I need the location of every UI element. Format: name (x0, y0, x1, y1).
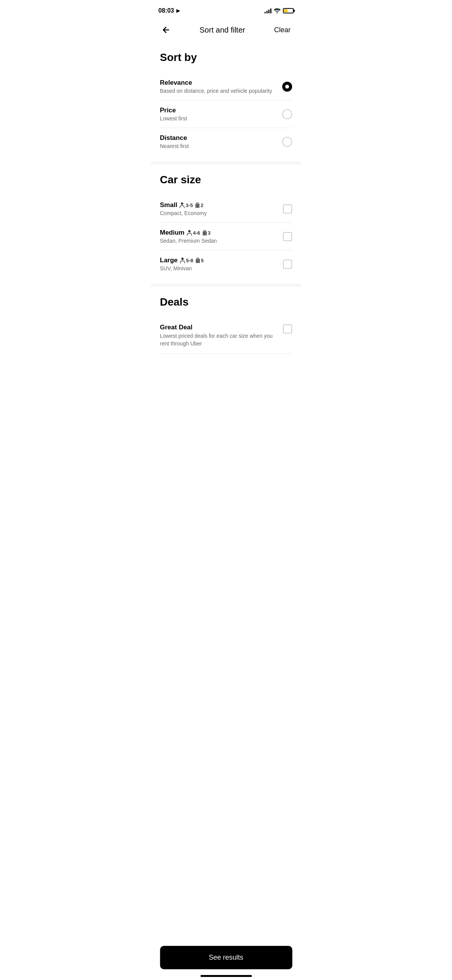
deal-great-deal[interactable]: Great Deal Lowest priced deals for each … (160, 317, 292, 354)
sort-option-relevance[interactable]: Relevance Based on distance, price and v… (160, 73, 292, 100)
car-size-large[interactable]: Large 5-8 5 SUV, Minivan (160, 250, 292, 278)
car-size-small[interactable]: Small 3-5 2 Compact, Economy (160, 195, 292, 223)
clear-button[interactable]: Clear (273, 25, 292, 36)
section-divider-1 (151, 161, 301, 164)
medium-checkbox[interactable] (283, 232, 292, 241)
medium-person-icon: 4-6 (187, 230, 200, 236)
battery-icon (283, 8, 294, 13)
svg-rect-6 (203, 231, 207, 235)
large-luggage-icon: 5 (196, 257, 204, 263)
small-subtitle: Compact, Economy (160, 210, 207, 216)
sort-by-section: Sort by Relevance Based on distance, pri… (151, 42, 301, 155)
status-icons (265, 8, 294, 13)
car-size-medium[interactable]: Medium 4-6 3 Sedan, Premium Sedan (160, 223, 292, 250)
status-time: 08:03 ▶ (158, 7, 180, 14)
medium-luggage-icon: 3 (202, 230, 210, 236)
svg-point-0 (181, 202, 183, 205)
page-title: Sort and filter (172, 26, 273, 35)
large-person-icon: 5-8 (180, 257, 193, 263)
small-checkbox[interactable] (283, 204, 292, 214)
relevance-radio[interactable] (282, 82, 292, 92)
section-divider-2 (151, 284, 301, 287)
large-subtitle: SUV, Minivan (160, 265, 204, 271)
sort-option-price[interactable]: Price Lowest first (160, 100, 292, 128)
svg-point-5 (188, 230, 191, 232)
status-bar: 08:03 ▶ (151, 0, 301, 19)
large-title: Large 5-8 5 (160, 257, 204, 264)
signal-icon (265, 8, 271, 13)
great-deal-checkbox[interactable] (283, 324, 292, 334)
svg-point-10 (181, 258, 184, 260)
price-radio[interactable] (282, 109, 292, 119)
price-title: Price (160, 107, 187, 114)
car-size-section: Car size Small 3-5 2 Compact, Economy Me… (151, 164, 301, 278)
relevance-subtitle: Based on distance, price and vehicle pop… (160, 88, 272, 94)
sort-by-title: Sort by (160, 51, 292, 64)
time-display: 08:03 (158, 7, 174, 14)
large-checkbox[interactable] (283, 260, 292, 269)
medium-title: Medium 4-6 3 (160, 229, 217, 237)
great-deal-subtitle: Lowest priced deals for each car size wh… (160, 332, 275, 347)
sort-option-distance[interactable]: Distance Nearest first (160, 128, 292, 155)
svg-rect-11 (196, 259, 200, 263)
deals-section: Deals Great Deal Lowest priced deals for… (151, 287, 301, 354)
bottom-padding (151, 354, 301, 396)
medium-subtitle: Sedan, Premium Sedan (160, 238, 217, 244)
deals-title: Deals (160, 296, 292, 308)
relevance-title: Relevance (160, 79, 272, 87)
back-button[interactable] (160, 24, 172, 36)
distance-subtitle: Nearest first (160, 143, 189, 149)
small-person-icon: 3-5 (179, 202, 193, 208)
wifi-icon (274, 8, 281, 13)
back-arrow-icon (161, 25, 171, 35)
header: Sort and filter Clear (151, 19, 301, 42)
great-deal-title: Great Deal (160, 324, 275, 331)
small-title: Small 3-5 2 (160, 201, 207, 209)
location-arrow-icon: ▶ (176, 8, 180, 13)
price-subtitle: Lowest first (160, 115, 187, 122)
svg-rect-1 (196, 204, 199, 208)
distance-radio[interactable] (282, 137, 292, 147)
small-luggage-icon: 2 (195, 202, 203, 208)
distance-title: Distance (160, 134, 189, 142)
car-size-title: Car size (160, 174, 292, 186)
